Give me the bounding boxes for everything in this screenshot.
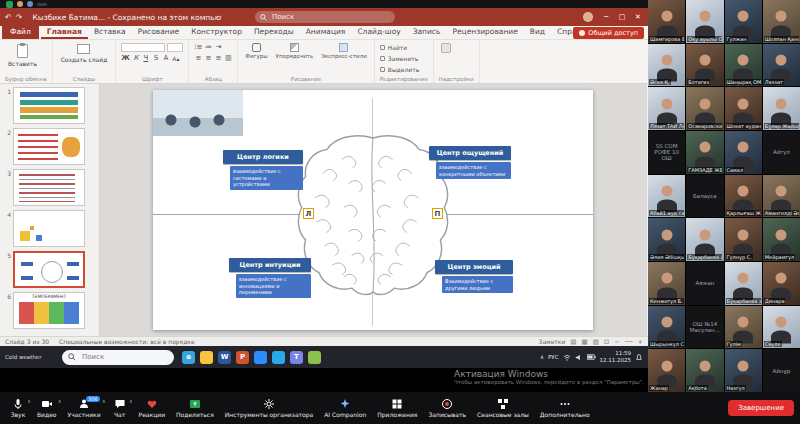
- participant-tile[interactable]: Бұқарбаева жұлдыз: [725, 262, 762, 305]
- slide-thumbnail[interactable]: 2: [0, 128, 99, 165]
- quick-styles-button[interactable]: Экспресс-стили: [319, 43, 369, 59]
- participant-tile[interactable]: Осакаровский район: [686, 87, 723, 130]
- shapes-button[interactable]: Фигуры: [243, 43, 269, 59]
- participant-tile[interactable]: ОШ №14 Масулан...: [686, 306, 723, 349]
- slide-thumbnail[interactable]: 6ТЕМПЕРАМЕНТ: [0, 292, 99, 329]
- participant-tile[interactable]: Гулжан: [725, 0, 762, 43]
- slide-label-box[interactable]: Центр эмоцийВзаимодействие с другими люд…: [435, 260, 513, 293]
- weather-widget[interactable]: Cold weather: [0, 354, 60, 361]
- participant-tile[interactable]: Абай1 ауд сайлау СШ: [648, 175, 685, 218]
- ppt-search-input[interactable]: [270, 12, 370, 22]
- redo-icon[interactable]: ↷: [16, 13, 23, 22]
- zoom-participants-button[interactable]: 306∧Участники: [64, 396, 105, 420]
- ribbon-tab[interactable]: Вид: [524, 25, 551, 39]
- slide-thumbnail[interactable]: 4: [0, 210, 99, 247]
- zoom-camera-button[interactable]: ∧Видео: [33, 396, 61, 420]
- slide[interactable]: Л П Центр логикивзаимодействие с система…: [153, 90, 593, 330]
- bold-button[interactable]: Ж: [121, 54, 130, 63]
- language-indicator[interactable]: РУС: [548, 354, 559, 360]
- participant-tile[interactable]: Әсел Қ.: [648, 44, 685, 87]
- drag-handle[interactable]: [37, 3, 47, 6]
- participant-tile[interactable]: Назгүл: [725, 349, 762, 392]
- participant-tile[interactable]: Ләззат: [763, 44, 800, 87]
- participant-tile[interactable]: Ботагөз: [686, 44, 723, 87]
- paste-button[interactable]: Вставить: [5, 43, 40, 68]
- zoom-host-tools-button[interactable]: Инструменты организатора: [221, 396, 318, 420]
- notes-button[interactable]: Заметки: [539, 338, 566, 345]
- tray-chevron-icon[interactable]: ∧: [540, 354, 544, 360]
- slide-thumbnail[interactable]: 1: [0, 87, 99, 124]
- powerpoint-taskbar-icon[interactable]: P: [236, 351, 249, 364]
- normal-view-icon[interactable]: ▤: [570, 338, 576, 346]
- accessibility-status[interactable]: Специальные возможности: всё в порядке: [59, 338, 195, 345]
- font-name-box[interactable]: [121, 43, 165, 52]
- participant-tile[interactable]: Айгүл: [763, 131, 800, 174]
- select-button[interactable]: Выделить: [380, 65, 419, 74]
- brain-drawing[interactable]: [296, 130, 450, 300]
- align-left-button[interactable]: ≡: [194, 54, 202, 63]
- participant-tile[interactable]: Гүлім: [725, 306, 762, 349]
- participant-tile[interactable]: Бұқарбаева Ақдина: [686, 218, 723, 261]
- participant-tile[interactable]: Айнұр: [763, 349, 800, 392]
- wifi-icon[interactable]: [563, 354, 571, 361]
- participant-tile[interactable]: SS COM РОФЕ 10 ОШ: [648, 131, 685, 174]
- addins-button[interactable]: [439, 43, 453, 53]
- word-taskbar-icon[interactable]: W: [218, 351, 231, 364]
- participant-tile[interactable]: Кенжегүл Б. Бүр...: [648, 262, 685, 305]
- participant-tile[interactable]: Амангелді Әсем: [763, 175, 800, 218]
- taskbar-search[interactable]: [62, 350, 174, 365]
- participant-tile[interactable]: ГАМЗАДЕ ЖЕҢІС К...: [686, 131, 723, 174]
- participant-tile[interactable]: Динара: [763, 262, 800, 305]
- browser-taskbar-icon[interactable]: [308, 351, 321, 364]
- grow-font-button[interactable]: А▴: [172, 54, 180, 63]
- slide-thumbnail[interactable]: 3: [0, 169, 99, 206]
- slide-label-box[interactable]: Центр логикивзаимодействие с системами и…: [223, 150, 303, 190]
- ribbon-tab[interactable]: Рецензирование: [446, 25, 523, 39]
- ribbon-tab[interactable]: Анимация: [300, 25, 352, 39]
- participant-tile[interactable]: Оқу ауылы ОМ Сарт...: [686, 0, 723, 43]
- zoom-reactions-button[interactable]: Реакции: [135, 396, 170, 420]
- indent-button[interactable]: ⇥: [214, 43, 222, 52]
- participant-tile[interactable]: Жанар: [648, 349, 685, 392]
- participant-tile[interactable]: Самал: [725, 131, 762, 174]
- file-explorer-taskbar-icon[interactable]: [200, 351, 213, 364]
- right-hemisphere-marker[interactable]: П: [432, 208, 443, 219]
- zoom-mic-button[interactable]: ∧Звук: [6, 396, 30, 420]
- zoom-record-button[interactable]: Записывать: [424, 396, 470, 420]
- taskbar-search-input[interactable]: [80, 352, 160, 362]
- volume-icon[interactable]: [575, 354, 583, 361]
- chevron-up-icon[interactable]: ∧: [58, 398, 62, 404]
- bullets-button[interactable]: ⁝≡: [194, 43, 202, 52]
- slideshow-icon[interactable]: ⊡: [604, 338, 609, 346]
- ppt-search-box[interactable]: [255, 11, 395, 23]
- undo-icon[interactable]: ↶: [5, 13, 12, 22]
- zoom-out-button[interactable]: −: [614, 338, 619, 346]
- ribbon-tab[interactable]: Переходы: [248, 25, 300, 39]
- zoom-chat-button[interactable]: ∧Чат: [108, 396, 132, 420]
- columns-button[interactable]: ▥: [224, 54, 232, 63]
- find-button[interactable]: Найти: [380, 43, 419, 52]
- ribbon-tab[interactable]: Вставка: [88, 25, 132, 39]
- zoom-apps-button[interactable]: Приложения: [373, 396, 421, 420]
- close-button[interactable]: ✕: [630, 8, 646, 26]
- chevron-up-icon[interactable]: ∧: [102, 398, 106, 404]
- ribbon-tab[interactable]: Главная: [41, 25, 88, 39]
- zoom-ai-button[interactable]: AI Companion: [320, 396, 370, 420]
- font-size-box[interactable]: [167, 43, 183, 52]
- chairs-photo[interactable]: [153, 90, 243, 136]
- end-meeting-button[interactable]: Завершение: [728, 400, 794, 416]
- ribbon-tab[interactable]: Файл: [2, 25, 39, 39]
- participant-tile[interactable]: Гүлнұр С.: [725, 218, 762, 261]
- participant-tile[interactable]: Шамгирова Виктория: [648, 0, 685, 43]
- left-hemisphere-marker[interactable]: Л: [303, 208, 314, 219]
- participant-tile[interactable]: Ақбота: [686, 349, 723, 392]
- participant-tile[interactable]: Әлия Әбішқызы: [648, 218, 685, 261]
- slide-thumbnail-panel[interactable]: 123456ТЕМПЕРАМЕНТ: [0, 84, 100, 336]
- numbering-button[interactable]: ≔: [204, 43, 212, 52]
- ribbon-tab[interactable]: Рисование: [132, 25, 186, 39]
- ribbon-tab[interactable]: Запись: [407, 25, 447, 39]
- share-button[interactable]: Общий доступ: [573, 27, 644, 39]
- participant-tile[interactable]: Шаңырақ ОМ: [725, 44, 762, 87]
- font-color-button[interactable]: А: [162, 54, 170, 63]
- battery-icon[interactable]: [587, 354, 596, 360]
